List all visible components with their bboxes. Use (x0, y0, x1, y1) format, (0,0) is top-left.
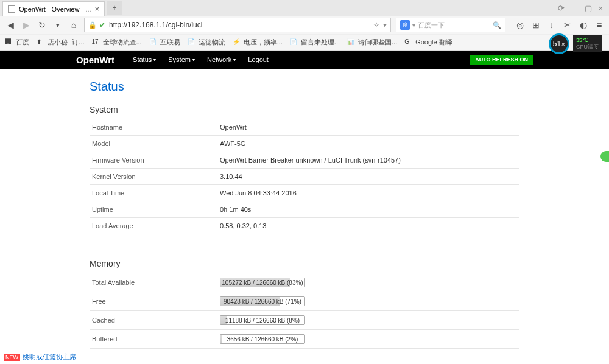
back-button[interactable]: ◀ (5, 19, 16, 30)
search-bar[interactable]: 度 ▾ 百度一下 🔍 (396, 18, 505, 32)
ext-icon-3[interactable]: ↓ (547, 20, 557, 30)
progress-bar: 90428 kB / 126660 kB (71%) (220, 296, 305, 306)
browser-chrome: OpenWrt - Overview - ... × + ⟳ — ▢ × ◀ ▶… (0, 0, 609, 51)
memory-table: Total Available105272 kB / 126660 kB (83… (90, 273, 519, 349)
page-title: Status (90, 80, 519, 94)
ext-icon-5[interactable]: ◐ (579, 20, 588, 30)
shield-icon: ✔ (99, 21, 105, 29)
window-controls: ⟳ — ▢ × (558, 4, 609, 13)
menu-icon[interactable]: ≡ (594, 20, 604, 30)
bookmark-item[interactable]: 📄运德物流 (188, 38, 225, 47)
bookmark-item[interactable]: ⬆店小秘--订... (37, 38, 85, 47)
close-icon[interactable]: × (94, 4, 99, 13)
auto-refresh-badge[interactable]: AUTO REFRESH ON (470, 55, 533, 65)
sync-icon[interactable]: ⟳ (558, 4, 565, 13)
memory-heading: Memory (90, 259, 519, 268)
cpu-widget: 51% 35℃ CPU温度 (549, 33, 602, 54)
cpu-percent-gauge: 51% (549, 33, 569, 54)
cpu-temp: 35℃ CPU温度 (573, 35, 602, 52)
nav-status[interactable]: Status▾ (127, 56, 162, 63)
page-content: OpenWrt Status▾System▾Network▾Logout AUT… (0, 51, 609, 364)
footer-news-link[interactable]: NEW姚明或任篮协主席 (4, 352, 76, 362)
ext-icon-1[interactable]: ◎ (515, 20, 525, 30)
bookmark-item[interactable]: 📊请问哪些国... (347, 38, 397, 47)
system-table: HostnameOpenWrtModelAWF-5GFirmware Versi… (90, 119, 519, 234)
search-engine-icon[interactable]: 度 (400, 20, 410, 30)
search-icon[interactable]: 🔍 (493, 21, 501, 29)
system-heading: System (90, 105, 519, 114)
table-row: Kernel Version3.10.44 (90, 169, 519, 185)
nav-network[interactable]: Network▾ (201, 56, 242, 63)
table-row: Firmware VersionOpenWrt Barrier Breaker … (90, 152, 519, 169)
bookmark-item[interactable]: GGoogle 翻译 (404, 38, 452, 47)
table-row: Local TimeWed Jun 8 04:33:44 2016 (90, 185, 519, 201)
ext-icon-4[interactable]: ✂ (563, 20, 572, 30)
stop-button[interactable]: ▾ (52, 19, 63, 30)
forward-button[interactable]: ▶ (21, 19, 32, 30)
browser-toolbar: ◀ ▶ ↻ ▾ ⌂ 🔒 ✔ http://192.168.1.1/cgi-bin… (0, 16, 609, 34)
tab-title: OpenWrt - Overview - ... (19, 5, 91, 13)
brand[interactable]: OpenWrt (76, 55, 114, 65)
bookmarks-bar: 🅱百度⬆店小秘--订...17全球物流查...📄互联易📄运德物流⚡电压，频率..… (0, 34, 609, 50)
browser-tab[interactable]: OpenWrt - Overview - ... × (2, 1, 105, 16)
table-row: Load Average0.58, 0.32, 0.13 (90, 218, 519, 234)
nav-logout[interactable]: Logout (242, 56, 275, 63)
reload-button[interactable]: ↻ (37, 19, 48, 30)
app-header: OpenWrt Status▾System▾Network▾Logout AUT… (0, 51, 609, 69)
url-text: http://192.168.1.1/cgi-bin/luci (109, 21, 370, 29)
extension-icons: ◎ ⊞ ↓ ✂ ◐ ≡ (510, 20, 604, 30)
bookmark-item[interactable]: 17全球物流查... (92, 38, 142, 47)
bookmark-item[interactable]: 📄互联易 (149, 38, 180, 47)
table-row: Free90428 kB / 126660 kB (71%) (90, 292, 519, 311)
minimize-icon[interactable]: — (571, 4, 579, 13)
table-row: ModelAWF-5G (90, 136, 519, 152)
search-placeholder: 百度一下 (418, 21, 490, 30)
progress-bar: 3656 kB / 126660 kB (2%) (220, 334, 305, 344)
page-icon (8, 5, 15, 13)
lock-icon: 🔒 (88, 21, 97, 29)
table-row: Cached11188 kB / 126660 kB (8%) (90, 311, 519, 330)
bookmark-item[interactable]: 🅱百度 (5, 38, 29, 47)
table-row: Total Available105272 kB / 126660 kB (83… (90, 273, 519, 292)
table-row: HostnameOpenWrt (90, 119, 519, 136)
table-row: Buffered3656 kB / 126660 kB (2%) (90, 330, 519, 349)
reader-icon[interactable]: ✧ (373, 21, 379, 29)
bookmark-item[interactable]: ⚡电压，频率... (233, 38, 283, 47)
url-bar[interactable]: 🔒 ✔ http://192.168.1.1/cgi-bin/luci ✧ ▾ (84, 18, 391, 32)
close-window-icon[interactable]: × (598, 4, 603, 13)
ext-icon-2[interactable]: ⊞ (531, 20, 541, 30)
dropdown-icon[interactable]: ▾ (383, 21, 387, 29)
maximize-icon[interactable]: ▢ (585, 4, 592, 13)
new-tab-button[interactable]: + (107, 1, 122, 15)
nav-system[interactable]: System▾ (162, 56, 201, 63)
progress-bar: 11188 kB / 126660 kB (8%) (220, 315, 305, 325)
side-badge[interactable] (600, 151, 609, 162)
tab-bar: OpenWrt - Overview - ... × + ⟳ — ▢ × (0, 0, 609, 16)
home-button[interactable]: ⌂ (68, 19, 79, 30)
bookmark-item[interactable]: 📄留言未处理... (290, 38, 340, 47)
table-row: Uptime0h 1m 40s (90, 201, 519, 218)
progress-bar: 105272 kB / 126660 kB (83%) (220, 278, 305, 287)
